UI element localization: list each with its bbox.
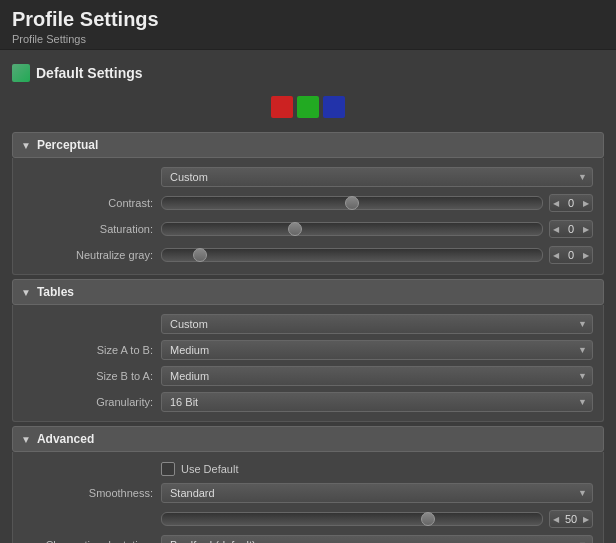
tables-select-wrapper: Custom ▼ [161,314,593,334]
contrast-increment[interactable]: ▶ [580,199,592,208]
tables-label: Tables [37,285,74,299]
title-bar: Profile Settings Profile Settings [0,0,616,50]
saturation-thumb[interactable] [288,222,302,236]
smoothness-control: Standard ▼ [161,483,593,503]
use-default-label: Use Default [181,463,238,475]
contrast-row: Contrast: ◀ 0 ▶ [13,190,603,216]
perceptual-label: Perceptual [37,138,98,152]
size-btoa-arrow: ▼ [578,371,587,381]
contrast-thumb[interactable] [345,196,359,210]
saturation-increment[interactable]: ▶ [580,225,592,234]
smoothness-label: Smoothness: [23,487,153,499]
page-heading: Profile Settings [12,8,604,31]
breadcrumb: Profile Settings [12,33,604,45]
contrast-slider-row: ◀ 0 ▶ [161,194,593,212]
tables-arrow: ▼ [21,287,31,298]
perceptual-select-value: Custom [170,171,208,183]
smoothness-select[interactable]: Standard ▼ [161,483,593,503]
granularity-row: Granularity: 16 Bit ▼ [13,389,603,415]
size-atob-arrow: ▼ [578,345,587,355]
tables-dropdown-row: Custom ▼ [13,311,603,337]
neutralize-decrement[interactable]: ◀ [550,251,562,260]
chromatic-select[interactable]: Bradford (default) ▼ [161,535,593,543]
saturation-value-box: ◀ 0 ▶ [549,220,593,238]
contrast-track[interactable] [161,196,543,210]
size-btoa-label: Size B to A: [23,370,153,382]
neutralize-track[interactable] [161,248,543,262]
size-btoa-select[interactable]: Medium ▼ [161,366,593,386]
saturation-track[interactable] [161,222,543,236]
perceptual-dropdown-control: Custom ▼ [161,167,593,187]
advanced-header[interactable]: ▼ Advanced [12,426,604,452]
neutralize-thumb[interactable] [193,248,207,262]
smoothness-increment[interactable]: ▶ [580,515,592,524]
default-settings-title: Default Settings [36,65,143,81]
contrast-value-box: ◀ 0 ▶ [549,194,593,212]
main-content: Default Settings ▼ Perceptual Custom ▼ [0,50,616,543]
neutralize-value-box: ◀ 0 ▶ [549,246,593,264]
granularity-arrow: ▼ [578,397,587,407]
neutralize-row: Neutralize gray: ◀ 0 ▶ [13,242,603,268]
advanced-body: Use Default Smoothness: Standard ▼ [12,452,604,543]
size-atob-value: Medium [170,344,209,356]
granularity-control: 16 Bit ▼ [161,392,593,412]
size-atob-row: Size A to B: Medium ▼ [13,337,603,363]
saturation-label: Saturation: [23,223,153,235]
tables-dropdown-control: Custom ▼ [161,314,593,334]
advanced-section: ▼ Advanced Use Default Smoothness: Stand… [12,426,604,543]
chromatic-label: Chromatic adaptation: [23,539,153,543]
saturation-slider-row: ◀ 0 ▶ [161,220,593,238]
size-btoa-control: Medium ▼ [161,366,593,386]
size-btoa-value: Medium [170,370,209,382]
smoothness-slider: ◀ 50 ▶ [161,510,593,528]
perceptual-select[interactable]: Custom ▼ [161,167,593,187]
advanced-arrow: ▼ [21,434,31,445]
smoothness-dropdown-row: Smoothness: Standard ▼ [13,480,603,506]
smoothness-track[interactable] [161,512,543,526]
contrast-label: Contrast: [23,197,153,209]
saturation-value: 0 [562,223,580,235]
neutralize-slider-row: ◀ 0 ▶ [161,246,593,264]
perceptual-header[interactable]: ▼ Perceptual [12,132,604,158]
use-default-row: Use Default [13,458,603,480]
saturation-row: Saturation: ◀ 0 ▶ [13,216,603,242]
smoothness-decrement[interactable]: ◀ [550,515,562,524]
granularity-value: 16 Bit [170,396,198,408]
default-settings-header: Default Settings [12,64,604,82]
granularity-select[interactable]: 16 Bit ▼ [161,392,593,412]
size-atob-control: Medium ▼ [161,340,593,360]
contrast-decrement[interactable]: ◀ [550,199,562,208]
neutralize-label: Neutralize gray: [23,249,153,261]
neutralize-control: ◀ 0 ▶ [161,246,593,264]
size-atob-select[interactable]: Medium ▼ [161,340,593,360]
tables-header[interactable]: ▼ Tables [12,279,604,305]
tables-select-value: Custom [170,318,208,330]
chromatic-wrapper: Bradford (default) ▼ [161,535,593,543]
contrast-control: ◀ 0 ▶ [161,194,593,212]
smoothness-wrapper: Standard ▼ [161,483,593,503]
chromatic-row: Chromatic adaptation: Bradford (default)… [13,532,603,543]
green-swatch[interactable] [297,96,319,118]
use-default-checkbox[interactable] [161,462,175,476]
size-btoa-wrapper: Medium ▼ [161,366,593,386]
size-btoa-row: Size B to A: Medium ▼ [13,363,603,389]
tables-body: Custom ▼ Size A to B: Medium ▼ [12,305,604,422]
perceptual-section: ▼ Perceptual Custom ▼ Contrast: [12,132,604,275]
default-settings-icon [12,64,30,82]
perceptual-select-arrow: ▼ [578,172,587,182]
granularity-label: Granularity: [23,396,153,408]
smoothness-thumb[interactable] [421,512,435,526]
smoothness-slider-control: ◀ 50 ▶ [161,510,593,528]
saturation-decrement[interactable]: ◀ [550,225,562,234]
granularity-wrapper: 16 Bit ▼ [161,392,593,412]
blue-swatch[interactable] [323,96,345,118]
red-swatch[interactable] [271,96,293,118]
neutralize-increment[interactable]: ▶ [580,251,592,260]
perceptual-arrow: ▼ [21,140,31,151]
chromatic-control: Bradford (default) ▼ [161,535,593,543]
smoothness-slider-row: ◀ 50 ▶ [13,506,603,532]
perceptual-body: Custom ▼ Contrast: ◀ 0 [12,158,604,275]
chromatic-value: Bradford (default) [170,539,256,543]
tables-select[interactable]: Custom ▼ [161,314,593,334]
neutralize-value: 0 [562,249,580,261]
